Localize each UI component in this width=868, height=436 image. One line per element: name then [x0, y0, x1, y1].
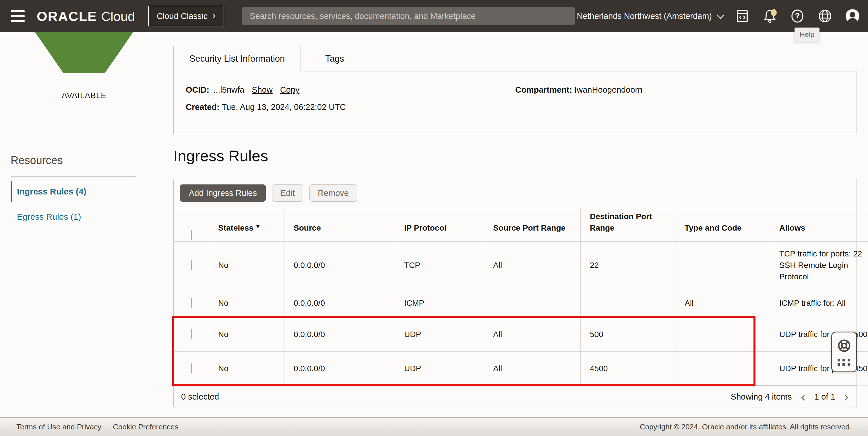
cell-stateless: No	[209, 289, 284, 317]
column-label: Stateless	[218, 222, 253, 234]
pagination-prev-icon[interactable]: ‹	[801, 391, 806, 404]
cell-ip-protocol: TCP	[395, 241, 484, 289]
status-hexagon-icon	[35, 32, 133, 75]
ocid-row: OCID: ...l5nwfa Show Copy	[186, 85, 299, 95]
created-label: Created:	[186, 102, 220, 111]
ocid-label: OCID:	[186, 85, 209, 95]
table-header-row: Stateless ▾ Source IP Protocol Source Po…	[174, 208, 868, 241]
table-row: No 0.0.0.0/0 TCP All 22 TCP traffic for …	[174, 241, 868, 289]
table-row: No 0.0.0.0/0 UDP All 500 UDP traffic for…	[174, 317, 868, 352]
resources-title: Resources	[11, 154, 137, 167]
column-header-ip-protocol: IP Protocol	[395, 208, 484, 241]
menu-bar	[11, 20, 25, 22]
oracle-cloud-logo: ORACLE Cloud	[37, 8, 135, 24]
oracle-cloud-console: ORACLE Cloud Cloud Classic › Netherlands…	[0, 0, 868, 436]
cell-type-and-code	[675, 241, 770, 289]
sidebar-item-ingress-rules[interactable]: Ingress Rules (4)	[11, 181, 137, 202]
cell-source-port-range: All	[484, 352, 581, 385]
language-globe-icon[interactable]	[817, 9, 832, 24]
lifering-icon	[837, 338, 851, 353]
cell-destination-port-range: 500	[581, 317, 675, 352]
ingress-rules-table: Stateless ▾ Source IP Protocol Source Po…	[174, 208, 868, 385]
edit-button[interactable]: Edit	[272, 185, 303, 202]
row-checkbox[interactable]	[191, 363, 192, 373]
table-row: No 0.0.0.0/0 ICMP All ICMP traffic for: …	[174, 289, 868, 317]
cell-ip-protocol: ICMP	[395, 289, 484, 317]
cell-stateless: No	[209, 352, 284, 385]
selected-count: 0 selected	[181, 392, 219, 402]
cell-source: 0.0.0.0/0	[284, 241, 395, 289]
tab-label: Tags	[325, 54, 344, 64]
pagination-next-icon[interactable]: ›	[844, 391, 849, 404]
cell-destination-port-range	[581, 289, 675, 317]
menu-bar	[11, 15, 25, 17]
help-icon[interactable]: ?	[790, 9, 805, 24]
sidebar-item-label: Ingress Rules (4)	[17, 187, 86, 197]
cell-stateless: No	[209, 317, 284, 352]
remove-button[interactable]: Remove	[309, 185, 357, 202]
showing-items-text: Showing 4 items	[731, 392, 792, 402]
region-selector[interactable]: Netherlands Northwest (Amsterdam)	[577, 11, 722, 21]
cell-type-and-code	[675, 352, 770, 385]
created-row: Created: Tue, Aug 13, 2024, 06:22:02 UTC	[186, 102, 346, 112]
chevron-down-icon	[717, 11, 724, 19]
column-header-source-port-range: Source Port Range	[484, 208, 581, 241]
cell-ip-protocol: UDP	[395, 352, 484, 385]
created-value: Tue, Aug 13, 2024, 06:22:02 UTC	[222, 102, 346, 111]
topbar: ORACLE Cloud Cloud Classic › Netherlands…	[0, 0, 868, 32]
cell-source: 0.0.0.0/0	[284, 317, 395, 352]
row-checkbox[interactable]	[191, 260, 192, 270]
help-tooltip: Help	[795, 28, 819, 42]
region-label: Netherlands Northwest (Amsterdam)	[577, 11, 712, 21]
sidebar-item-egress-rules[interactable]: Egress Rules (1)	[11, 206, 137, 228]
column-header-type-and-code: Type and Code	[675, 208, 770, 241]
column-header-source: Source	[284, 208, 395, 241]
header-checkbox-cell	[174, 208, 209, 241]
row-checkbox[interactable]	[191, 329, 192, 339]
page-footer: Terms of Use and Privacy Cookie Preferen…	[0, 417, 868, 436]
cloud-classic-label: Cloud Classic	[157, 11, 208, 21]
status-badge: AVAILABLE	[35, 91, 133, 100]
apps-grid-icon[interactable]	[838, 359, 851, 366]
detail-tabs: Security List Information Tags	[174, 46, 369, 71]
globe-icon	[818, 9, 832, 23]
column-header-stateless[interactable]: Stateless ▾	[209, 208, 284, 241]
column-header-destination-port-range: Destination Port Range	[581, 208, 675, 241]
support-lifering-icon[interactable]	[837, 338, 851, 353]
dev-console-icon[interactable]	[735, 9, 750, 24]
search-input[interactable]	[242, 7, 575, 25]
logo-cloud-text: Cloud	[101, 9, 135, 24]
ocid-copy-link[interactable]: Copy	[280, 85, 300, 95]
security-list-information-panel: OCID: ...l5nwfa Show Copy Compartment: I…	[174, 71, 857, 134]
ingress-rules-card: Add Ingress Rules Edit Remove Stateless	[174, 178, 857, 408]
ocid-show-link[interactable]: Show	[252, 85, 273, 95]
cell-source-port-range: All	[484, 241, 581, 289]
cell-source-port-range: All	[484, 317, 581, 352]
tab-security-list-information[interactable]: Security List Information	[174, 46, 301, 71]
copyright-text: Copyright © 2024, Oracle and/or its affi…	[640, 423, 851, 431]
cell-allows: ICMP traffic for: All	[770, 289, 868, 317]
compartment-value: IwanHoogendoorn	[575, 85, 642, 94]
page-indicator: 1 of 1	[814, 392, 835, 402]
avatar-icon	[845, 9, 860, 24]
select-all-checkbox[interactable]	[191, 230, 192, 240]
cell-type-and-code: All	[675, 289, 770, 317]
cloud-classic-button[interactable]: Cloud Classic ›	[148, 6, 224, 26]
cell-type-and-code	[675, 317, 770, 352]
sidebar-item-label: Egress Rules (1)	[17, 212, 81, 222]
tab-label: Security List Information	[189, 54, 285, 64]
menu-bar	[11, 10, 25, 12]
notifications-bell-icon[interactable]	[763, 9, 777, 24]
menu-icon[interactable]	[11, 10, 25, 22]
sort-down-icon[interactable]: ▾	[256, 221, 259, 232]
cookie-preferences-link[interactable]: Cookie Preferences	[113, 423, 178, 431]
logo-oracle-text: ORACLE	[37, 8, 97, 24]
column-header-allows: Allows	[770, 208, 868, 241]
add-ingress-rules-button[interactable]: Add Ingress Rules	[180, 185, 266, 202]
floating-support-widget	[831, 332, 857, 372]
user-avatar[interactable]	[845, 9, 860, 24]
divider	[11, 176, 136, 177]
tab-tags[interactable]: Tags	[301, 46, 369, 71]
terms-link[interactable]: Terms of Use and Privacy	[17, 423, 101, 431]
row-checkbox[interactable]	[191, 298, 192, 308]
